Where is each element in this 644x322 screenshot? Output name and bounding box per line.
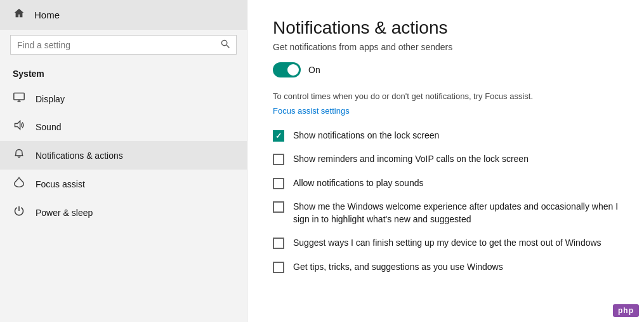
- search-box: [10, 35, 237, 55]
- sidebar-item-home[interactable]: Home: [0, 0, 247, 30]
- checkbox-welcome[interactable]: [273, 201, 284, 213]
- notifications-icon: [13, 148, 25, 163]
- notifications-toggle-row: On: [273, 62, 619, 77]
- sidebar-item-label: Sound: [36, 122, 61, 132]
- checkbox-label: Show me the Windows welcome experience a…: [293, 201, 619, 225]
- page-title: Notifications & actions: [273, 18, 619, 38]
- svg-rect-2: [14, 93, 24, 100]
- checkbox-item-lock-screen[interactable]: Show notifications on the lock screen: [273, 130, 619, 142]
- svg-line-1: [227, 45, 229, 48]
- sound-icon: [13, 119, 25, 134]
- checkbox-label: Show reminders and incoming VoIP calls o…: [293, 153, 529, 166]
- checkbox-item-voip[interactable]: Show reminders and incoming VoIP calls o…: [273, 153, 619, 166]
- sidebar-item-label: Display: [36, 94, 65, 104]
- sidebar-item-label: Power & sleep: [36, 208, 93, 218]
- subtitle: Get notifications from apps and other se…: [273, 42, 619, 52]
- display-icon: [13, 92, 25, 105]
- checkbox-label: Allow notifications to play sounds: [293, 177, 423, 190]
- sidebar-item-notifications[interactable]: Notifications & actions: [0, 141, 247, 170]
- notifications-toggle[interactable]: [273, 62, 301, 77]
- sidebar-item-power[interactable]: Power & sleep: [0, 198, 247, 227]
- checkbox-setup[interactable]: [273, 238, 284, 249]
- checkbox-label: Get tips, tricks, and suggestions as you…: [293, 261, 503, 274]
- power-icon: [13, 205, 25, 220]
- checkbox-tips[interactable]: [273, 262, 284, 273]
- focus-icon: [13, 177, 25, 191]
- toggle-label: On: [308, 65, 320, 75]
- svg-marker-5: [15, 121, 20, 129]
- checkbox-item-sounds[interactable]: Allow notifications to play sounds: [273, 177, 619, 190]
- checkbox-lock-screen[interactable]: [273, 130, 284, 142]
- sidebar: Home System Display: [0, 0, 247, 322]
- svg-point-0: [221, 40, 227, 45]
- checkbox-label: Show notifications on the lock screen: [293, 130, 439, 142]
- sidebar-item-sound[interactable]: Sound: [0, 112, 247, 141]
- checkbox-label: Suggest ways I can finish setting up my …: [293, 237, 601, 250]
- search-input[interactable]: [17, 40, 216, 50]
- checkbox-voip[interactable]: [273, 154, 284, 165]
- focus-assist-info: To control times when you do or don't ge…: [273, 90, 619, 103]
- sidebar-item-focus[interactable]: Focus assist: [0, 170, 247, 198]
- checkbox-list: Show notifications on the lock screen Sh…: [273, 130, 619, 274]
- home-icon: [13, 8, 25, 22]
- checkbox-item-welcome[interactable]: Show me the Windows welcome experience a…: [273, 201, 619, 225]
- sidebar-item-label: Notifications & actions: [36, 151, 123, 161]
- sidebar-item-display[interactable]: Display: [0, 85, 247, 112]
- checkbox-item-tips[interactable]: Get tips, tricks, and suggestions as you…: [273, 261, 619, 274]
- search-icon[interactable]: [221, 39, 230, 50]
- checkbox-sounds[interactable]: [273, 178, 284, 189]
- sidebar-item-label: Focus assist: [36, 179, 85, 189]
- home-label: Home: [34, 10, 60, 20]
- sidebar-section-title: System: [0, 65, 247, 85]
- checkbox-item-setup[interactable]: Suggest ways I can finish setting up my …: [273, 237, 619, 250]
- main-content: Notifications & actions Get notification…: [247, 0, 644, 322]
- watermark: php: [613, 304, 639, 317]
- focus-assist-link[interactable]: Focus assist settings: [273, 106, 350, 116]
